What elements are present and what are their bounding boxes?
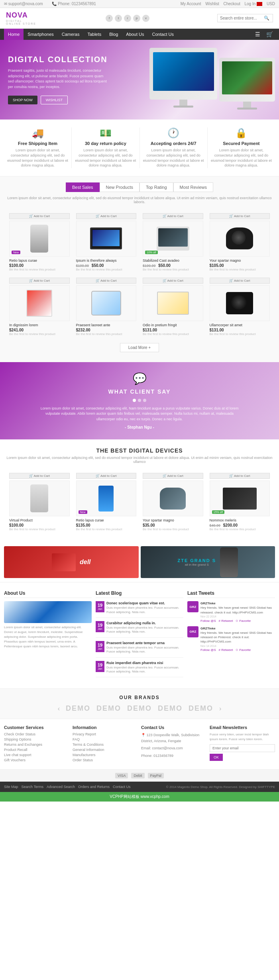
flag-icon	[257, 2, 262, 6]
shipping-icon: 🚚	[7, 127, 68, 139]
dot-1[interactable]	[133, 399, 136, 402]
add-to-cart-4[interactable]: 🛒 Add to Cart	[210, 213, 270, 219]
contact-email[interactable]: Email: contact@nova.com	[141, 745, 206, 751]
footer-newsletter: Email Newsletters Fusce verry bilen, ues…	[210, 725, 275, 763]
add-to-cart-7[interactable]: 🛒 Add to Cart	[143, 278, 203, 284]
tab-best-sales[interactable]: Best Sales	[66, 182, 100, 192]
brands-next-arrow[interactable]: ›	[219, 705, 221, 712]
brand-3[interactable]: DEMO	[127, 704, 152, 713]
product-name-7: Odio in pretium fringit	[143, 323, 203, 327]
info-item-3[interactable]: Terms & Conditions	[73, 743, 138, 747]
blog-title-3[interactable]: Praesent laoreet ante tempor urna	[106, 641, 183, 645]
footer-about-img	[4, 601, 92, 623]
blog-title-1[interactable]: Donec scelerisque quam vitae est.	[106, 601, 183, 605]
info-item-1[interactable]: Privacy Report	[73, 732, 138, 736]
bottom-link-search[interactable]: Search Terms	[22, 785, 43, 789]
nav-cameras[interactable]: Cameras	[58, 29, 84, 40]
twitter-icon[interactable]: t	[115, 15, 122, 22]
pinterest-icon[interactable]: p	[133, 15, 140, 22]
nav-contact[interactable]: Contact Us	[148, 29, 178, 40]
bottom-link-orders[interactable]: Orders and Returns	[78, 785, 110, 789]
bottom-link-contact[interactable]: Contact Us	[113, 785, 131, 789]
nav-about[interactable]: About Us	[122, 29, 148, 40]
shop-now-button[interactable]: SHOP NOW	[8, 96, 37, 104]
load-more-button[interactable]: Load More +	[120, 343, 159, 352]
menu-icon[interactable]: ☰	[253, 29, 262, 39]
bd-add-to-cart-2[interactable]: 🛒 Add to Cart	[76, 473, 137, 479]
tablet2-image	[157, 292, 189, 315]
add-to-cart-3[interactable]: 🛒 Add to Cart	[143, 213, 203, 219]
add-to-cart-1[interactable]: 🛒 Add to Cart	[9, 213, 70, 219]
info-item-6[interactable]: Order Status	[73, 758, 138, 762]
cs-item-4[interactable]: Product Recall	[4, 748, 69, 752]
customer-services-title: Customer Services	[4, 725, 69, 730]
search-bar[interactable]: 🔍	[217, 14, 273, 22]
language-selector[interactable]: USD	[267, 2, 275, 6]
newsletter-submit-button[interactable]: OK	[210, 754, 223, 761]
newsletter-input[interactable]	[210, 744, 275, 752]
my-account-link[interactable]: My Account	[181, 2, 201, 6]
add-to-cart-2[interactable]: 🛒 Add to Cart	[76, 213, 137, 219]
monitor-base-small	[237, 108, 257, 110]
hero-monitors	[149, 44, 275, 110]
product-review-6: Be the first to review this product	[76, 332, 137, 336]
bd-add-to-cart-3[interactable]: 🛒 Add to Cart	[143, 473, 203, 479]
facebook-icon[interactable]: f	[106, 15, 113, 22]
blog-title-2[interactable]: Curabitur adipiscing nulla in.	[106, 621, 183, 625]
checkout-link[interactable]: Checkout	[223, 2, 240, 6]
cart-icon[interactable]: 🛒	[264, 29, 275, 39]
cs-item-5[interactable]: Live chat support	[4, 753, 69, 757]
blog-title-4[interactable]: Ruie imperdiet diam pharetra nisi	[106, 661, 183, 665]
dot-2[interactable]	[138, 399, 141, 402]
bd-review-4: Be the first to review this product	[210, 527, 270, 531]
search-input[interactable]	[220, 16, 264, 20]
cs-item-1[interactable]: Check Order Status	[4, 732, 69, 736]
bd-add-to-cart-4[interactable]: 🛒 Add to Cart	[210, 473, 270, 479]
bottom-link-advanced[interactable]: Advanced Search	[47, 785, 75, 789]
nav-home[interactable]: Home	[4, 29, 24, 40]
product-img-4	[210, 221, 270, 257]
brands-title: OUR BRANDS	[4, 695, 275, 700]
tweet-1: GRZ GRZTinke Hey friends. We have great …	[187, 601, 275, 623]
login-link[interactable]: Log In	[245, 2, 256, 6]
promo-zte[interactable]: ZTE GRAND S all in the grand S	[141, 546, 275, 578]
paypal-icon: PayPal	[148, 773, 164, 778]
rss-icon[interactable]: r	[124, 15, 131, 22]
email-info: ✉ support@nova.com	[4, 2, 47, 6]
cs-item-3[interactable]: Returns and Exchanges	[4, 743, 69, 747]
cs-item-6[interactable]: Gift Vouchers	[4, 758, 69, 762]
wishlist-button[interactable]: WISHLIST	[41, 96, 68, 104]
add-to-cart-8[interactable]: 🛒 Add to Cart	[210, 278, 270, 284]
nav-tablets[interactable]: Tablets	[83, 29, 105, 40]
tab-top-rating[interactable]: Top Rating	[140, 182, 173, 192]
wishlist-link[interactable]: Wishlist	[205, 2, 219, 6]
cs-item-2[interactable]: Shipping Options	[4, 737, 69, 741]
brand-4[interactable]: DEMO	[158, 704, 183, 713]
bd-product-4: 🛒 Add to Cart 15% off Nommox meleris $40…	[206, 470, 273, 534]
tab-new-products[interactable]: New Products	[100, 182, 140, 192]
nav-smartphones[interactable]: Smartphones	[24, 29, 57, 40]
add-to-cart-6[interactable]: 🛒 Add to Cart	[76, 278, 137, 284]
brand-2[interactable]: DEMO	[96, 704, 121, 713]
blog-content-4: Ruie imperdiet diam pharetra nisi Duis i…	[106, 661, 183, 674]
phone2-image	[26, 290, 52, 317]
dot-3[interactable]	[143, 399, 146, 402]
product-img-3: 10% off	[143, 221, 203, 257]
info-item-5[interactable]: Manufacturers	[73, 753, 138, 757]
brands-prev-arrow[interactable]: ‹	[58, 705, 60, 712]
brand-1[interactable]: DEMO	[66, 704, 90, 713]
promo-dell[interactable]: dell	[4, 546, 139, 578]
info-item-2[interactable]: FAQ	[73, 737, 138, 741]
vimeo-icon[interactable]: v	[142, 15, 149, 22]
tab-most-reviews[interactable]: Most Reviews	[173, 182, 213, 192]
testimonial-text: Lorem ipsum dolor sit amet, consectetur …	[40, 406, 239, 422]
bottom-link-sitemap[interactable]: Site Map	[4, 785, 18, 789]
nav-blog[interactable]: Blog	[105, 29, 122, 40]
info-item-4[interactable]: General Information	[73, 748, 138, 752]
bd-add-to-cart-1[interactable]: 🛒 Add to Cart	[9, 473, 70, 479]
product-name-8: Ullamcorper sit amet	[210, 323, 270, 327]
brand-5[interactable]: DEMO	[189, 704, 213, 713]
search-icon[interactable]: 🔍	[264, 16, 269, 21]
add-to-cart-5[interactable]: 🛒 Add to Cart	[9, 278, 70, 284]
product-img-7	[143, 285, 203, 321]
